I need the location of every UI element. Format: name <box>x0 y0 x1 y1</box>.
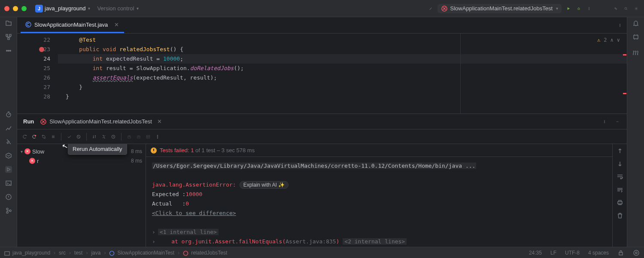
svg-point-20 <box>9 210 11 212</box>
notifications-icon[interactable] <box>632 20 639 27</box>
project-selector[interactable]: J java_playground ▾ <box>33 3 92 14</box>
svg-point-7 <box>625 7 627 9</box>
inspection-widget[interactable]: ⚠ 2 ∧ ∨ <box>597 35 620 45</box>
rerun-auto-icon[interactable] <box>40 133 47 140</box>
encoding[interactable]: UTF-8 <box>565 250 580 256</box>
structure-tool-icon[interactable] <box>5 34 12 40</box>
breadcrumb-item[interactable]: relatedJobsTest <box>191 250 227 256</box>
run-panel-more-icon[interactable] <box>601 118 608 125</box>
close-tab-icon[interactable]: ✕ <box>157 118 162 125</box>
vcs-tool-icon[interactable] <box>5 207 12 214</box>
project-tool-icon[interactable] <box>5 20 12 27</box>
run-panel-title: Run <box>23 118 34 125</box>
minimize-window[interactable] <box>13 6 18 11</box>
fold-chevron-icon[interactable]: › <box>152 238 155 245</box>
collab-icon[interactable] <box>612 5 619 12</box>
run-tool-icon[interactable] <box>5 166 12 173</box>
problems-tool-icon[interactable] <box>5 194 12 200</box>
print-icon[interactable] <box>617 199 623 206</box>
ruler-icon[interactable] <box>427 5 434 12</box>
readonly-icon[interactable] <box>617 249 624 256</box>
scroll-up-icon[interactable] <box>617 147 623 154</box>
vcs-menu[interactable]: Version control ▾ <box>95 3 140 13</box>
warning-icon: ⚠ <box>597 35 600 45</box>
breadcrumb-item[interactable]: java_playground <box>12 250 50 256</box>
debug-button[interactable] <box>575 5 582 12</box>
test-tree-item[interactable]: ✕ r 8 ms <box>17 156 146 166</box>
test-fail-icon <box>40 118 47 125</box>
svg-point-1 <box>578 8 580 9</box>
console-summary: Tests failed: 1 of 1 test – 3 sec 578 ms <box>146 144 612 157</box>
run-config-selector[interactable]: SlowApplicationMainTest.relatedJobsTest … <box>437 4 562 13</box>
services-tool-icon[interactable] <box>5 152 12 159</box>
svg-rect-44 <box>619 252 623 255</box>
show-ignored-icon[interactable] <box>75 133 82 140</box>
test-tree[interactable]: ↖ Rerun Automatically ▾ ✕ Slow 8 ms ✕ r … <box>17 144 146 247</box>
sort-icon[interactable] <box>91 133 98 140</box>
scroll-down-icon[interactable] <box>617 160 623 167</box>
inspection-profile-icon[interactable] <box>633 249 640 256</box>
ai-tool-icon[interactable] <box>632 34 639 40</box>
breadcrumb-item[interactable]: src <box>59 250 66 256</box>
minimize-panel-icon[interactable] <box>614 118 621 125</box>
prev-highlight-icon[interactable]: ∧ <box>611 35 614 45</box>
terminal-tool-icon[interactable] <box>5 180 12 187</box>
export-icon[interactable] <box>135 133 142 140</box>
more-tools-icon[interactable] <box>5 47 12 54</box>
search-icon[interactable] <box>623 5 629 12</box>
close-tab-icon[interactable]: ✕ <box>113 21 120 28</box>
maven-tool-icon[interactable]: m <box>632 47 638 57</box>
caret-position[interactable]: 24:35 <box>529 250 542 256</box>
svg-rect-40 <box>618 202 622 204</box>
fold-chevron-icon[interactable]: › <box>152 229 155 235</box>
line-separator[interactable]: LF <box>550 250 556 256</box>
code-editor[interactable]: 22 23 24 25 26 27 28 @Test public void r… <box>17 34 627 114</box>
show-passed-icon[interactable] <box>66 133 73 140</box>
expand-all-icon[interactable] <box>100 133 107 140</box>
close-window[interactable] <box>4 6 9 11</box>
diff-link[interactable]: <Click to see difference> <box>152 210 236 216</box>
editor-tabs: SlowApplicationMainTest.java ✕ <box>17 17 627 34</box>
console-output[interactable]: /Users/Egor.Sergeev/Library/Java/JavaVir… <box>146 157 612 247</box>
rerun-icon[interactable] <box>21 133 28 140</box>
error-stripe[interactable] <box>623 54 626 55</box>
error-stripe[interactable] <box>623 93 626 94</box>
scroll-to-end-icon[interactable] <box>617 186 623 193</box>
svg-point-26 <box>604 120 605 120</box>
breadcrumb-item[interactable]: test <box>74 250 82 256</box>
indent[interactable]: 4 spaces <box>588 250 609 256</box>
settings-icon[interactable] <box>633 5 640 12</box>
clear-icon[interactable] <box>617 212 623 219</box>
folded-lines[interactable]: <2 internal lines> <box>343 238 407 245</box>
svg-point-22 <box>620 24 620 24</box>
next-highlight-icon[interactable]: ∨ <box>617 35 620 45</box>
breadcrumb-item[interactable]: SlowApplicationMainTest <box>117 250 174 256</box>
zoom-window[interactable] <box>21 6 27 11</box>
run-tab-label: SlowApplicationMainTest.relatedJobsTest <box>49 118 152 125</box>
console-side-toolbar <box>612 144 627 247</box>
svg-point-28 <box>604 122 605 123</box>
soft-wrap-icon[interactable] <box>617 173 623 180</box>
more-actions-icon[interactable] <box>586 5 592 12</box>
history-icon[interactable] <box>110 133 117 140</box>
rerun-failed-icon[interactable] <box>31 133 38 140</box>
layout-icon[interactable] <box>145 133 152 140</box>
graph-tool-icon[interactable] <box>5 125 12 132</box>
run-button[interactable] <box>565 5 572 12</box>
import-icon[interactable] <box>126 133 133 140</box>
line-number: 26 <box>43 73 50 83</box>
profiler-tool-icon[interactable] <box>5 111 12 118</box>
editor-more-icon[interactable] <box>617 22 623 29</box>
breadcrumb-item[interactable]: java <box>91 250 100 256</box>
toolbar-more-icon[interactable] <box>154 133 161 140</box>
build-tool-icon[interactable] <box>5 138 12 145</box>
explain-ai-chip[interactable]: Explain with AI <box>240 181 289 189</box>
editor-tab[interactable]: SlowApplicationMainTest.java ✕ <box>21 17 124 33</box>
stop-icon[interactable] <box>50 133 57 140</box>
run-panel-tab[interactable]: SlowApplicationMainTest.relatedJobsTest … <box>40 118 161 125</box>
folded-lines[interactable]: <1 internal line> <box>158 229 219 235</box>
code-area[interactable]: @Test public void relatedJobsTest() { in… <box>58 34 627 114</box>
svg-point-19 <box>6 212 8 213</box>
svg-rect-11 <box>8 38 9 40</box>
svg-point-46 <box>635 252 637 254</box>
